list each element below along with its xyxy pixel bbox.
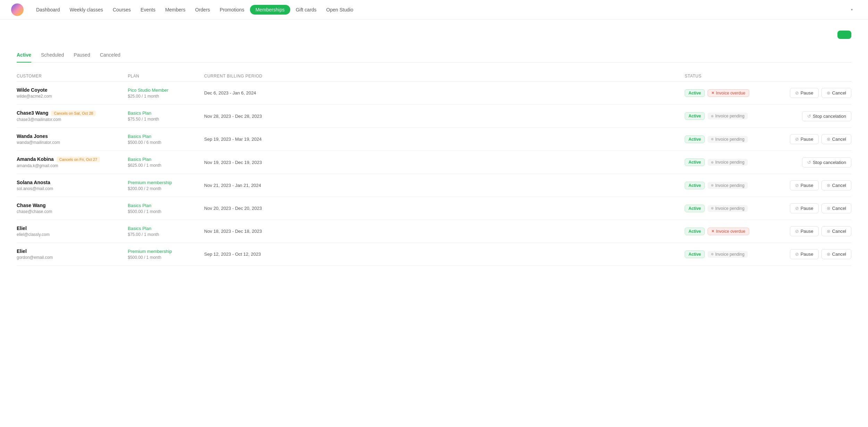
nav-link-members[interactable]: Members <box>161 5 190 15</box>
cancel-button[interactable]: ⊗ Cancel <box>821 203 851 213</box>
nav-link-events[interactable]: Events <box>136 5 160 15</box>
actions-cell: ↺ Stop cancelation <box>775 111 851 121</box>
plan-price: $625.00 / 1 month <box>128 163 204 168</box>
pause-button[interactable]: ⊘ Pause <box>790 203 819 213</box>
app-logo[interactable] <box>11 3 24 16</box>
status-cell: Active✕ Invoice overdue <box>685 89 775 97</box>
dot-icon <box>711 115 713 117</box>
cancel-button[interactable]: ⊗ Cancel <box>821 249 851 259</box>
status-badge: Active <box>685 251 705 258</box>
tab-active[interactable]: Active <box>17 49 31 63</box>
status-badge: Active <box>685 136 705 143</box>
customer-email: amanda.k@gmail.com <box>17 163 128 168</box>
pause-icon: ⊘ <box>795 90 799 96</box>
nav-links: DashboardWeekly classesCoursesEventsMemb… <box>32 5 845 15</box>
col-header: Customer <box>17 74 128 79</box>
cancel-icon: ⊗ <box>827 137 831 142</box>
pause-button[interactable]: ⊘ Pause <box>790 88 819 98</box>
customer-cell: Chase3 WangCancels on Sat, Oct 28chase3@… <box>17 110 128 122</box>
nav-link-orders[interactable]: Orders <box>191 5 214 15</box>
customer-cell: Amanda KobinaCancels on Fri, Oct 27amand… <box>17 156 128 168</box>
plan-cell: Basics Plan$500.00 / 1 month <box>128 203 204 214</box>
plan-price: $75.50 / 1 month <box>128 117 204 122</box>
billing-period: Dec 6, 2023 - Jan 6, 2024 <box>204 90 685 96</box>
stop-cancelation-button[interactable]: ↺ Stop cancelation <box>802 111 851 121</box>
billing-period: Nov 20, 2023 - Dec 20, 2023 <box>204 206 685 211</box>
dot-icon <box>711 184 713 187</box>
table-body: Wilde Coyotewilde@acme2.comPico Studio M… <box>17 82 851 266</box>
status-badge: Active <box>685 158 705 166</box>
invoice-badge: Invoice pending <box>708 113 748 120</box>
invoice-badge: Invoice pending <box>708 251 748 258</box>
new-membership-button[interactable] <box>837 31 851 39</box>
stop-cancelation-button[interactable]: ↺ Stop cancelation <box>802 157 851 167</box>
nav-link-memberships[interactable]: Memberships <box>250 5 290 15</box>
tab-paused[interactable]: Paused <box>74 49 90 63</box>
invoice-badge: Invoice pending <box>708 136 748 143</box>
customer-email: wanda@mailinator.com <box>17 140 128 145</box>
actions-cell: ⊘ Pause⊗ Cancel <box>775 180 851 190</box>
table-row: Chase3 WangCancels on Sat, Oct 28chase3@… <box>17 105 851 128</box>
plan-name[interactable]: Premium membership <box>128 180 204 185</box>
customer-cell: Elieleliel@classly.com <box>17 225 128 237</box>
chevron-down-icon: ▾ <box>851 8 853 11</box>
plan-price: $500.00 / 1 month <box>128 209 204 214</box>
status-cell: Active Invoice pending <box>685 182 775 189</box>
plan-price: $500.00 / 6 month <box>128 140 204 145</box>
status-cell: Active Invoice pending <box>685 136 775 143</box>
refresh-icon: ↺ <box>807 114 811 119</box>
nav-link-open-studio[interactable]: Open Studio <box>322 5 358 15</box>
col-header <box>775 74 851 79</box>
table-row: Solana Anostasol.anos@mail.comPremium me… <box>17 174 851 197</box>
status-cell: Active Invoice pending <box>685 251 775 258</box>
tab-scheduled[interactable]: Scheduled <box>41 49 64 63</box>
customer-name: Wanda Jones <box>17 133 128 139</box>
invoice-badge: Invoice pending <box>708 205 748 212</box>
account-menu[interactable]: ▾ <box>845 6 857 14</box>
pause-button[interactable]: ⊘ Pause <box>790 226 819 236</box>
customer-email: eliel@classly.com <box>17 232 128 237</box>
actions-cell: ↺ Stop cancelation <box>775 157 851 167</box>
pause-icon: ⊘ <box>795 252 799 257</box>
col-header: Current Billing Period <box>204 74 685 79</box>
billing-period: Nov 21, 2023 - Jan 21, 2024 <box>204 183 685 188</box>
dot-icon <box>711 161 713 164</box>
plan-name[interactable]: Basics Plan <box>128 134 204 139</box>
status-cell: Active Invoice pending <box>685 158 775 166</box>
nav-link-dashboard[interactable]: Dashboard <box>32 5 64 15</box>
plan-cell: Premium membership$500.00 / 1 month <box>128 249 204 260</box>
plan-name[interactable]: Pico Studio Member <box>128 88 204 93</box>
dot-icon <box>711 138 713 140</box>
nav-link-gift-cards[interactable]: Gift cards <box>292 5 321 15</box>
customer-name: Eliel <box>17 225 128 231</box>
pause-button[interactable]: ⊘ Pause <box>790 249 819 259</box>
plan-name[interactable]: Basics Plan <box>128 226 204 231</box>
customer-name: Chase Wang <box>17 203 128 208</box>
nav-link-courses[interactable]: Courses <box>109 5 135 15</box>
billing-period: Nov 18, 2023 - Dec 18, 2023 <box>204 229 685 234</box>
plan-name[interactable]: Premium membership <box>128 249 204 254</box>
x-icon: ✕ <box>711 229 714 233</box>
billing-period: Sep 19, 2023 - Mar 19, 2024 <box>204 137 685 142</box>
plan-cell: Basics Plan$500.00 / 6 month <box>128 134 204 145</box>
plan-cell: Premium membership$200.00 / 2 month <box>128 180 204 191</box>
tab-canceled[interactable]: Canceled <box>100 49 120 63</box>
nav-link-weekly-classes[interactable]: Weekly classes <box>66 5 107 15</box>
table-row: Wanda Joneswanda@mailinator.comBasics Pl… <box>17 128 851 151</box>
cancel-button[interactable]: ⊗ Cancel <box>821 88 851 98</box>
cancel-icon: ⊗ <box>827 206 831 211</box>
cancel-button[interactable]: ⊗ Cancel <box>821 180 851 190</box>
cancel-button[interactable]: ⊗ Cancel <box>821 226 851 236</box>
cancel-button[interactable]: ⊗ Cancel <box>821 134 851 144</box>
nav-link-promotions[interactable]: Promotions <box>216 5 249 15</box>
pause-button[interactable]: ⊘ Pause <box>790 180 819 190</box>
plan-name[interactable]: Basics Plan <box>128 157 204 162</box>
actions-cell: ⊘ Pause⊗ Cancel <box>775 134 851 144</box>
plan-cell: Pico Studio Member$25.00 / 1 month <box>128 88 204 99</box>
table-row: Amanda KobinaCancels on Fri, Oct 27amand… <box>17 151 851 174</box>
status-badge: Active <box>685 182 705 189</box>
plan-name[interactable]: Basics Plan <box>128 203 204 208</box>
pause-button[interactable]: ⊘ Pause <box>790 134 819 144</box>
plan-name[interactable]: Basics Plan <box>128 110 204 116</box>
actions-cell: ⊘ Pause⊗ Cancel <box>775 226 851 236</box>
